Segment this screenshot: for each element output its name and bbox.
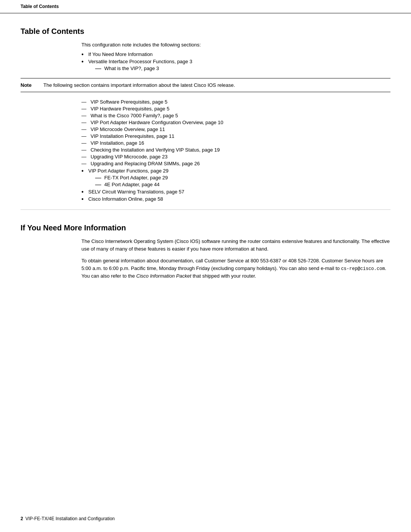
para2-italic: Cisco Information Packet	[136, 273, 191, 279]
dash-item-text: Upgrading and Replacing DRAM SIMMs, page…	[91, 161, 200, 166]
nested-dash-list: What is the VIP?, page 3	[95, 66, 390, 71]
dash-item-text: VIP Hardware Prerequisites, page 5	[91, 106, 169, 112]
content-area: Table of Contents This configuration not…	[0, 13, 411, 307]
dash-item-text: Checking the Installation and Verifying …	[91, 147, 220, 153]
list-item: VIP Port Adapter Hardware Configuration …	[81, 120, 390, 125]
note-label: Note	[21, 82, 43, 88]
section2-heading: If You Need More Information	[21, 224, 390, 232]
list-item: What is the VIP?, page 3	[95, 66, 390, 71]
toc-bullet-list-1: If You Need More Information Versatile I…	[81, 51, 390, 71]
bullet-item-text: Versatile Interface Processor Functions,…	[88, 59, 192, 64]
dash-item-text: VIP Installation Prerequisites, page 11	[91, 133, 174, 139]
section-divider	[21, 209, 390, 210]
para2-text-part3: that shipped with your router.	[191, 273, 256, 279]
list-item: VIP Hardware Prerequisites, page 5	[81, 106, 390, 112]
list-item: SELV Circuit Warning Translations, page …	[81, 189, 390, 195]
footer-title: VIP-FE-TX/4E Installation and Configurat…	[25, 516, 115, 521]
list-item: Versatile Interface Processor Functions,…	[81, 59, 390, 71]
list-item: What is the Cisco 7000 Family?, page 5	[81, 113, 390, 118]
note-content: The following section contains important…	[43, 82, 390, 88]
section2-para1: The Cisco Internetwork Operating System …	[81, 238, 390, 252]
page-container: Table of Contents Table of Contents This…	[0, 0, 411, 532]
note-box: Note The following section contains impo…	[21, 78, 390, 92]
list-item: VIP Installation Prerequisites, page 11	[81, 133, 390, 139]
para2-email: cs-rep@cisco.com	[341, 266, 385, 272]
bullet-item-text: SELV Circuit Warning Translations, page …	[88, 189, 184, 195]
list-item: VIP Port Adapter Functions, page 29 FE-T…	[81, 168, 390, 187]
dash-item-text: What is the VIP?, page 3	[104, 66, 159, 71]
dash-item-text: FE-TX Port Adapter, page 29	[104, 175, 168, 181]
dash-item-text: VIP Installation, page 16	[91, 140, 144, 146]
dash-item-text: 4E Port Adapter, page 44	[104, 182, 159, 187]
dash-item-text: VIP Microcode Overview, page 11	[91, 126, 165, 132]
bullet-item-text: If You Need More Information	[88, 51, 153, 57]
list-item: Upgrading and Replacing DRAM SIMMs, page…	[81, 161, 390, 166]
header-label: Table of Contents	[21, 4, 59, 9]
footer-page-num: 2	[21, 516, 23, 521]
list-item: Cisco Information Online, page 58	[81, 196, 390, 202]
nested-dash-list: FE-TX Port Adapter, page 29 4E Port Adap…	[95, 175, 390, 187]
dash-item-text: Upgrading VIP Microcode, page 23	[91, 154, 167, 160]
toc-intro: This configuration note includes the fol…	[81, 42, 390, 48]
list-item: FE-TX Port Adapter, page 29	[95, 175, 390, 181]
list-item: If You Need More Information	[81, 51, 390, 57]
bullet-item-text: VIP Port Adapter Functions, page 29	[88, 168, 169, 174]
list-item: VIP Software Prerequisites, page 5	[81, 99, 390, 105]
toc-dash-list: VIP Software Prerequisites, page 5 VIP H…	[81, 99, 390, 166]
toc-heading: Table of Contents	[21, 27, 390, 36]
dash-item-text: What is the Cisco 7000 Family?, page 5	[91, 113, 178, 118]
toc-bullet-list-2: VIP Port Adapter Functions, page 29 FE-T…	[81, 168, 390, 202]
list-item: Checking the Installation and Verifying …	[81, 147, 390, 153]
list-item: VIP Microcode Overview, page 11	[81, 126, 390, 132]
list-item: Upgrading VIP Microcode, page 23	[81, 154, 390, 160]
dash-item-text: VIP Port Adapter Hardware Configuration …	[91, 120, 223, 125]
page-header: Table of Contents	[0, 0, 411, 13]
bullet-item-text: Cisco Information Online, page 58	[88, 196, 163, 202]
list-item: 4E Port Adapter, page 44	[95, 182, 390, 187]
list-item: VIP Installation, page 16	[81, 140, 390, 146]
page-footer: 2 VIP-FE-TX/4E Installation and Configur…	[21, 516, 390, 521]
para2-text-part1: To obtain general information about docu…	[81, 258, 383, 271]
dash-item-text: VIP Software Prerequisites, page 5	[91, 99, 167, 105]
section2-para2: To obtain general information about docu…	[81, 257, 390, 280]
